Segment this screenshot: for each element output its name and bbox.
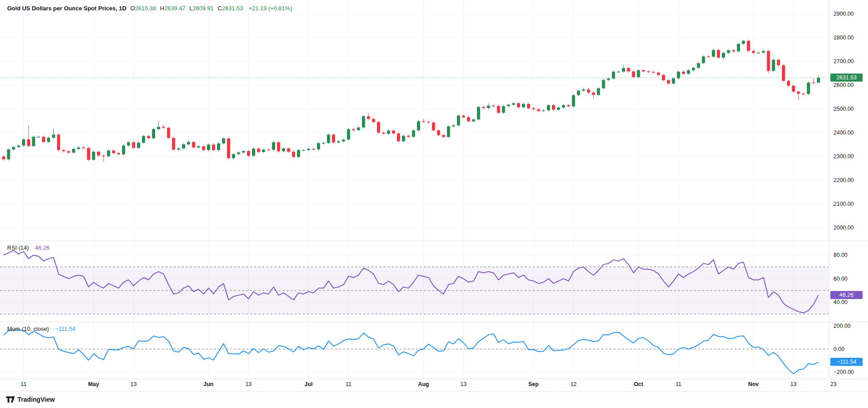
mom-axis-label: 0.00 xyxy=(833,346,844,353)
candle-body xyxy=(387,130,390,134)
candle-body xyxy=(32,137,35,146)
time-axis-day-label: 13 xyxy=(130,381,137,387)
candle-body xyxy=(392,130,395,133)
price-axis-label: 2400.00 xyxy=(833,129,854,136)
candle-body xyxy=(482,107,485,108)
candle-body xyxy=(267,150,270,151)
candle-body xyxy=(667,80,670,83)
candle-body xyxy=(297,150,300,157)
time-axis-day-label: 13 xyxy=(790,381,797,387)
mom-line xyxy=(4,330,819,374)
ohlc-value: 2631.53 xyxy=(222,5,243,12)
candle-body xyxy=(27,139,30,146)
candle-body xyxy=(597,88,600,95)
candle-body xyxy=(152,129,155,138)
candle-body xyxy=(367,116,370,119)
candle-body xyxy=(302,150,305,151)
candle-body xyxy=(497,106,500,113)
candle-body xyxy=(257,149,260,152)
candle-body xyxy=(692,68,695,70)
candle-body xyxy=(112,151,115,153)
candle-body xyxy=(242,151,245,152)
candle-body xyxy=(792,86,795,91)
candle-body xyxy=(802,94,805,95)
candle-body xyxy=(522,104,525,107)
candle-body xyxy=(37,137,40,138)
candle-body xyxy=(697,63,700,68)
candle-body xyxy=(762,51,765,53)
candle-body xyxy=(362,116,365,127)
candle-body xyxy=(92,152,95,160)
candle-body xyxy=(727,50,730,53)
time-axis-month-label: Oct xyxy=(634,381,643,387)
candle-body xyxy=(797,91,800,94)
candle-body xyxy=(757,52,760,53)
candle-body xyxy=(102,156,105,156)
candle-body xyxy=(537,109,540,111)
time-axis-month-label: Aug xyxy=(418,381,429,387)
candle-body xyxy=(262,150,265,152)
candle-body xyxy=(502,106,505,113)
candle-body xyxy=(632,71,635,77)
candle-body xyxy=(677,72,680,78)
candle-body xyxy=(542,110,545,111)
candle-body xyxy=(312,149,315,150)
candle-body xyxy=(682,72,685,74)
ohlc-value: 2609.91 xyxy=(193,5,214,12)
candle-body xyxy=(647,71,650,72)
candle-body xyxy=(462,116,465,117)
candle-body xyxy=(582,90,585,91)
time-axis-month-label: May xyxy=(88,381,99,387)
tradingview-logo[interactable]: TradingView xyxy=(6,396,55,403)
candle-body xyxy=(717,50,720,58)
time-axis-month-label: Jul xyxy=(304,381,312,387)
candle-body xyxy=(467,117,470,122)
candle-body xyxy=(177,148,180,150)
candle-body xyxy=(517,103,520,107)
mom-label-row: Mom (10, close) −111.54 xyxy=(7,326,75,332)
candle-body xyxy=(527,104,530,109)
candle-body xyxy=(622,68,625,72)
candle-body xyxy=(277,142,280,151)
candle-body xyxy=(192,142,195,148)
candle-body xyxy=(642,70,645,72)
candle-body xyxy=(747,41,750,51)
candle-body xyxy=(272,142,275,150)
price-chart-canvas[interactable] xyxy=(0,0,868,408)
candle-body xyxy=(442,135,445,137)
candle-body xyxy=(202,146,205,150)
candle-body xyxy=(437,130,440,135)
candle-body xyxy=(572,95,575,106)
rsi-value-badge: 46.26 xyxy=(830,291,863,299)
time-axis-day-label: 11 xyxy=(676,381,681,387)
rsi-axis-label: 40.00 xyxy=(833,299,847,306)
candle-body xyxy=(247,151,250,156)
candle-body xyxy=(662,75,665,80)
candle-body xyxy=(377,122,380,133)
mom-axis-label: −200.00 xyxy=(833,369,854,376)
candle-body xyxy=(87,148,90,160)
rsi-band xyxy=(0,267,829,314)
candle-body xyxy=(47,138,50,142)
candle-body xyxy=(547,105,550,111)
candle-body xyxy=(657,73,660,75)
candle-body xyxy=(427,122,430,123)
change-value: +21.19 (+0.81%) xyxy=(249,5,292,12)
candle-body xyxy=(237,152,240,154)
candle-body xyxy=(77,148,80,149)
candle-body xyxy=(347,129,350,139)
candle-body xyxy=(472,119,475,121)
candle-body xyxy=(132,142,135,148)
rsi-axis-label: 80.00 xyxy=(833,252,847,259)
candle-body xyxy=(752,51,755,53)
symbol-title: Gold US Dollars per Ounce Spot Prices, 1… xyxy=(7,5,126,12)
candle-body xyxy=(817,78,820,82)
ohlc-value: 2639.47 xyxy=(164,5,185,12)
candle-body xyxy=(62,150,65,152)
candle-body xyxy=(72,149,75,152)
candle-body xyxy=(222,139,225,143)
candle-body xyxy=(57,135,60,150)
candle-body xyxy=(127,142,130,145)
candle-body xyxy=(352,129,355,130)
time-axis-day-label: 12 xyxy=(570,381,577,387)
